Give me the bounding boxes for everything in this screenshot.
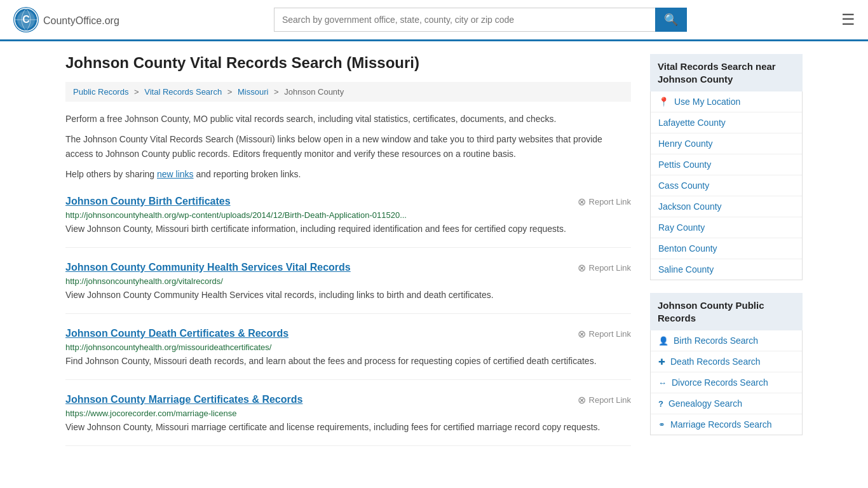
- birth-records-item[interactable]: 👤 Birth Records Search: [651, 330, 802, 351]
- breadcrumb-current: Johnson County: [284, 87, 344, 97]
- report-link[interactable]: ⊗ Report Link: [578, 262, 631, 274]
- record-desc: View Johnson County, Missouri marriage c…: [65, 421, 631, 434]
- person-icon: 👤: [658, 336, 668, 346]
- breadcrumb-public-records[interactable]: Public Records: [73, 87, 128, 97]
- divorce-records-item[interactable]: ↔ Divorce Records Search: [651, 372, 802, 393]
- intro-paragraph-3: Help others by sharing new links and rep…: [65, 167, 631, 181]
- record-url: http://johnsoncountyhealth.org/wp-conten…: [65, 210, 631, 220]
- intro3-prefix: Help others by sharing: [65, 169, 157, 179]
- record-item: Johnson County Death Certificates & Reco…: [65, 328, 631, 380]
- death-records-link[interactable]: ✚ Death Records Search: [651, 351, 802, 372]
- record-desc: View Johnson County, Missouri birth cert…: [65, 222, 631, 236]
- sidebar: Vital Records Search near Johnson County…: [650, 54, 803, 448]
- cass-county-label: Cass County: [658, 180, 709, 191]
- genealogy-item[interactable]: ? Genealogy Search: [651, 393, 802, 414]
- breadcrumb-missouri[interactable]: Missouri: [238, 87, 268, 97]
- site-header: C CountyOffice.org 🔍 ☰: [0, 0, 868, 41]
- record-title[interactable]: Johnson County Community Health Services…: [65, 262, 351, 273]
- saline-county-item[interactable]: Saline County: [651, 259, 802, 280]
- pettis-county-link[interactable]: Pettis County: [651, 154, 802, 175]
- nearby-header: Vital Records Search near Johnson County: [650, 54, 803, 92]
- benton-county-label: Benton County: [658, 243, 717, 254]
- record-url: http://johnsoncountyhealth.org/vitalreco…: [65, 276, 631, 286]
- lafayette-county-link[interactable]: Lafayette County: [651, 112, 802, 133]
- divorce-records-label: Divorce Records Search: [672, 377, 768, 388]
- use-my-location-label: Use My Location: [674, 97, 740, 107]
- crosshair-icon: ⊗: [578, 262, 586, 274]
- content-area: Johnson County Vital Records Search (Mis…: [65, 54, 631, 448]
- ray-county-link[interactable]: Ray County: [651, 217, 802, 238]
- breadcrumb-sep-2: >: [227, 87, 233, 97]
- public-records-list: 👤 Birth Records Search ✚ Death Records S…: [650, 330, 803, 435]
- breadcrumb: Public Records > Vital Records Search > …: [65, 82, 631, 102]
- main-container: Johnson County Vital Records Search (Mis…: [53, 41, 815, 461]
- logo-icon: C: [13, 6, 39, 33]
- report-label: Report Link: [589, 263, 631, 273]
- use-my-location-item[interactable]: 📍 Use My Location: [651, 92, 802, 112]
- jackson-county-link[interactable]: Jackson County: [651, 196, 802, 217]
- cross-icon: ✚: [658, 357, 665, 367]
- henry-county-link[interactable]: Henry County: [651, 133, 802, 154]
- location-icon: 📍: [658, 97, 669, 107]
- birth-records-link[interactable]: 👤 Birth Records Search: [651, 330, 802, 351]
- record-title-row: Johnson County Community Health Services…: [65, 262, 631, 274]
- marriage-records-link[interactable]: ⚭ Marriage Records Search: [651, 414, 802, 435]
- use-my-location-link[interactable]: 📍 Use My Location: [651, 92, 802, 112]
- cass-county-item[interactable]: Cass County: [651, 175, 802, 196]
- page-title: Johnson County Vital Records Search (Mis…: [65, 54, 631, 72]
- death-records-label: Death Records Search: [670, 356, 761, 367]
- ray-county-label: Ray County: [658, 222, 705, 233]
- genealogy-link[interactable]: ? Genealogy Search: [651, 393, 802, 414]
- record-title[interactable]: Johnson County Birth Certificates: [65, 196, 231, 207]
- saline-county-label: Saline County: [658, 264, 714, 274]
- report-link[interactable]: ⊗ Report Link: [578, 196, 631, 208]
- intro-paragraph-2: The Johnson County Vital Records Search …: [65, 132, 631, 161]
- record-title-row: Johnson County Death Certificates & Reco…: [65, 328, 631, 340]
- pettis-county-item[interactable]: Pettis County: [651, 154, 802, 175]
- jackson-county-item[interactable]: Jackson County: [651, 196, 802, 217]
- crosshair-icon: ⊗: [578, 394, 586, 406]
- record-desc: View Johnson County Community Health Ser…: [65, 288, 631, 302]
- logo[interactable]: C CountyOffice.org: [13, 6, 119, 33]
- search-input[interactable]: [274, 8, 655, 32]
- ray-county-item[interactable]: Ray County: [651, 217, 802, 238]
- search-button[interactable]: 🔍: [655, 8, 687, 32]
- henry-county-item[interactable]: Henry County: [651, 133, 802, 154]
- public-records-header: Johnson County Public Records: [650, 293, 803, 330]
- crosshair-icon: ⊗: [578, 328, 586, 340]
- benton-county-item[interactable]: Benton County: [651, 238, 802, 259]
- benton-county-link[interactable]: Benton County: [651, 238, 802, 259]
- henry-county-label: Henry County: [658, 139, 713, 149]
- new-links-link[interactable]: new links: [157, 169, 194, 179]
- report-link[interactable]: ⊗ Report Link: [578, 394, 631, 406]
- marriage-records-label: Marriage Records Search: [670, 419, 772, 430]
- arrows-icon: ↔: [658, 378, 667, 388]
- record-title[interactable]: Johnson County Death Certificates & Reco…: [65, 328, 288, 339]
- breadcrumb-vital-records[interactable]: Vital Records Search: [144, 87, 222, 97]
- cass-county-link[interactable]: Cass County: [651, 175, 802, 196]
- record-desc: Find Johnson County, Missouri death reco…: [65, 355, 631, 368]
- genealogy-label: Genealogy Search: [668, 398, 742, 409]
- marriage-records-item[interactable]: ⚭ Marriage Records Search: [651, 414, 802, 435]
- question-icon: ?: [658, 399, 663, 409]
- breadcrumb-sep-3: >: [274, 87, 279, 97]
- saline-county-link[interactable]: Saline County: [651, 259, 802, 280]
- report-link[interactable]: ⊗ Report Link: [578, 328, 631, 340]
- record-title-row: Johnson County Birth Certificates ⊗ Repo…: [65, 196, 631, 208]
- menu-icon[interactable]: ☰: [841, 11, 855, 29]
- record-item: Johnson County Community Health Services…: [65, 262, 631, 314]
- lafayette-county-item[interactable]: Lafayette County: [651, 112, 802, 133]
- logo-text: CountyOffice.org: [43, 13, 119, 27]
- birth-records-label: Birth Records Search: [674, 336, 758, 346]
- report-label: Report Link: [589, 197, 631, 207]
- divorce-records-link[interactable]: ↔ Divorce Records Search: [651, 372, 802, 393]
- lafayette-county-label: Lafayette County: [658, 118, 726, 128]
- record-title[interactable]: Johnson County Marriage Certificates & R…: [65, 394, 302, 405]
- intro3-suffix: and reporting broken links.: [194, 169, 301, 179]
- intro-paragraph-1: Perform a free Johnson County, MO public…: [65, 112, 631, 126]
- record-url: http://johnsoncountyhealth.org/missourid…: [65, 342, 631, 352]
- death-records-item[interactable]: ✚ Death Records Search: [651, 351, 802, 372]
- search-bar: 🔍: [274, 8, 687, 32]
- jackson-county-label: Jackson County: [658, 201, 722, 212]
- nearby-list: 📍 Use My Location Lafayette County Henry…: [650, 92, 803, 280]
